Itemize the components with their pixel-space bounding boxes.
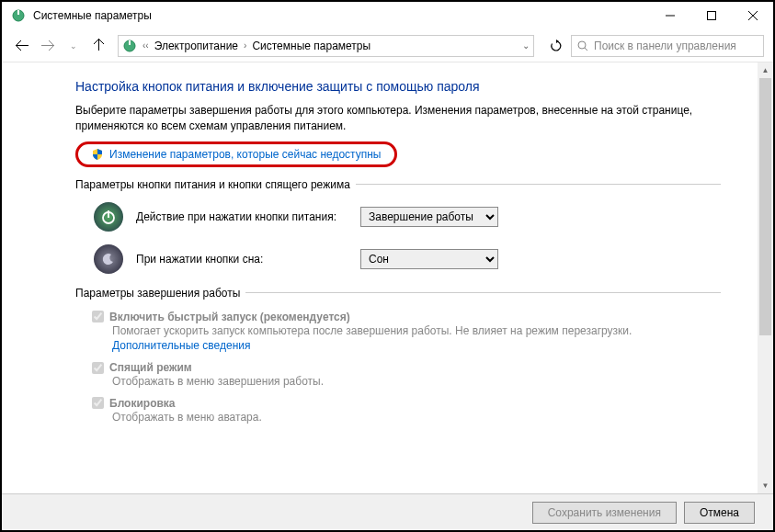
power-plan-icon [122,39,137,53]
window-title: Системные параметры [33,9,649,22]
search-placeholder: Поиск в панели управления [594,40,736,52]
change-unavailable-settings-link[interactable]: Изменение параметров, которые сейчас нед… [75,141,397,167]
power-button-label: Действие при нажатии кнопки питания: [136,210,348,223]
page-description: Выберите параметры завершения работы для… [75,103,721,134]
chevron-right-icon: › [244,40,246,51]
search-input[interactable]: Поиск в панели управления [571,35,764,57]
chevron-left-icon: ‹‹ [142,40,149,51]
scroll-down-icon[interactable]: ▼ [758,478,773,493]
svg-rect-7 [129,40,131,45]
section-header: Параметры кнопки питания и кнопки спящег… [75,178,350,191]
vertical-scrollbar[interactable]: ▲ ▼ [758,62,773,493]
power-button-icon [94,202,123,232]
shield-icon [91,148,104,161]
sleep-button-label: При нажатии кнопки сна: [136,253,348,266]
more-info-link[interactable]: Дополнительные сведения [112,339,250,352]
scroll-thumb[interactable] [759,78,771,335]
recent-dropdown[interactable]: ⌄ [63,35,85,57]
address-bar[interactable]: ‹‹ Электропитание › Системные параметры … [118,35,534,57]
refresh-button[interactable] [545,35,567,57]
address-dropdown-icon[interactable]: ⌄ [522,40,530,51]
search-icon [577,40,588,51]
power-button-action-select[interactable]: Завершение работы [360,207,498,227]
breadcrumb-item[interactable]: Электропитание [154,40,238,52]
svg-rect-3 [707,12,715,20]
checkbox [92,362,104,374]
save-button: Сохранить изменения [532,502,677,524]
section-header: Параметры завершения работы [75,287,240,300]
power-plan-icon [11,8,26,23]
up-button[interactable]: 🡡 [88,35,110,57]
forward-button: 🡢 [37,35,59,57]
scroll-up-icon[interactable]: ▲ [758,62,773,78]
divider [356,184,721,185]
cancel-button[interactable]: Отмена [684,502,755,524]
back-button[interactable]: 🡠 [11,35,33,57]
checkbox [92,397,104,409]
fast-startup-checkbox: Включить быстрый запуск (рекомендуется) [92,311,721,323]
close-button[interactable] [732,2,773,29]
sleep-button-icon [94,244,123,274]
divider [245,292,721,293]
checkbox [92,311,104,323]
maximize-button[interactable] [690,2,732,29]
sleep-button-action-select[interactable]: Сон [360,249,498,269]
breadcrumb-item[interactable]: Системные параметры [252,40,370,52]
lock-checkbox: Блокировка [92,397,721,410]
minimize-button[interactable] [649,2,690,29]
sleep-mode-checkbox: Спящий режим [92,361,721,374]
svg-rect-1 [17,10,19,15]
page-title: Настройка кнопок питания и включение защ… [75,79,721,94]
svg-line-9 [585,48,587,51]
change-link-text: Изменение параметров, которые сейчас нед… [109,148,382,161]
svg-point-8 [578,41,586,49]
